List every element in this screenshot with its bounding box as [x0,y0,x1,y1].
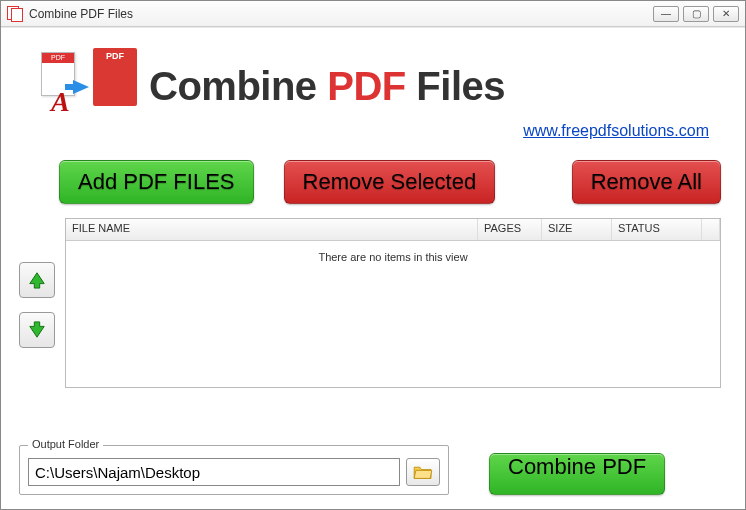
maximize-button[interactable]: ▢ [683,6,709,22]
column-size[interactable]: SIZE [542,219,612,240]
title-bar: Combine PDF Files ― ▢ ✕ [1,1,745,27]
output-folder-group: Output Folder [19,445,449,495]
column-pages[interactable]: PAGES [478,219,542,240]
header-title-part1: Combine [149,64,327,108]
remove-selected-button[interactable]: Remove Selected [284,160,496,204]
main-panel: PDF PDF A Combine PDF Files www.freepdfs… [1,27,745,509]
folder-icon [413,464,433,480]
file-list-area: FILE NAME PAGES SIZE STATUS There are no… [19,218,721,431]
move-up-button[interactable] [19,262,55,298]
remove-all-button[interactable]: Remove All [572,160,721,204]
svg-marker-1 [30,322,44,337]
table-body[interactable]: There are no items in this view [66,241,720,387]
bottom-bar: Output Folder Combine PDF [19,445,721,495]
header: PDF PDF A Combine PDF Files www.freepdfs… [13,36,733,130]
add-pdf-files-button[interactable]: Add PDF FILES [59,160,254,204]
column-end [702,219,720,240]
arrow-icon [73,80,89,94]
header-title-accent: PDF [327,64,406,108]
output-folder-label: Output Folder [28,438,103,450]
header-title-part2: Files [406,64,505,108]
close-button[interactable]: ✕ [713,6,739,22]
combine-pdf-button[interactable]: Combine PDF [489,453,665,495]
minimize-button[interactable]: ― [653,6,679,22]
adobe-a-icon: A [51,86,70,118]
output-folder-input[interactable] [28,458,400,486]
action-bar: Add PDF FILES Remove Selected Remove All [59,160,721,204]
app-logo: PDF PDF A [31,46,141,126]
browse-folder-button[interactable] [406,458,440,486]
file-table: FILE NAME PAGES SIZE STATUS There are no… [65,218,721,388]
window-controls: ― ▢ ✕ [653,6,739,22]
app-icon [7,6,23,22]
column-file-name[interactable]: FILE NAME [66,219,478,240]
arrow-up-icon [28,271,46,289]
header-title: Combine PDF Files [149,64,505,109]
reorder-controls [19,262,55,348]
empty-table-text: There are no items in this view [66,251,720,263]
svg-marker-0 [30,273,44,288]
table-header: FILE NAME PAGES SIZE STATUS [66,219,720,241]
move-down-button[interactable] [19,312,55,348]
window-title: Combine PDF Files [29,7,653,21]
arrow-down-icon [28,321,46,339]
logo-pdf-badge: PDF [93,51,137,61]
column-status[interactable]: STATUS [612,219,702,240]
website-link[interactable]: www.freepdfsolutions.com [523,122,709,140]
